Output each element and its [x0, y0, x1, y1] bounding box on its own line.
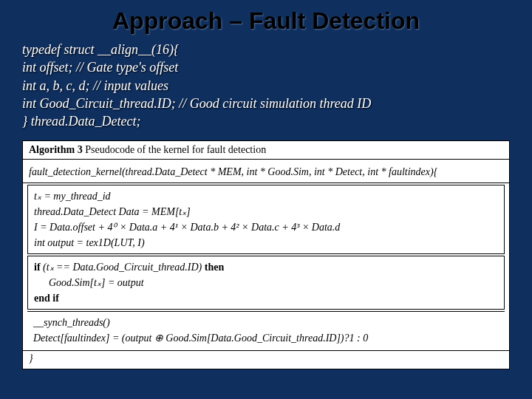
- code-line: } thread.Data_Detect;: [22, 112, 510, 130]
- algorithm-close: }: [23, 350, 509, 369]
- algo-line: thread.Data_Detect Data = MEM[tₓ]: [34, 204, 498, 219]
- struct-code-block: typedef struct __align__(16){ int offset…: [22, 41, 510, 130]
- slide: Approach – Fault Detection typedef struc…: [0, 0, 532, 399]
- algorithm-signature: fault_detection_kernel(thread.Data_Detec…: [23, 160, 509, 183]
- algo-line: if (tₓ == Data.Good_Circuit_thread.ID) t…: [34, 259, 498, 275]
- algorithm-if-block: if (tₓ == Data.Good_Circuit_thread.ID) t…: [27, 256, 505, 310]
- code-line: int Good_Circuit_thread.ID; // Good circ…: [22, 95, 510, 112]
- algorithm-caption: Pseudocode of the kernel for fault detec…: [83, 144, 266, 155]
- if-condition: (tₓ == Data.Good_Circuit_thread.ID): [43, 262, 202, 273]
- algo-line: int output = tex1D(LUT, I): [34, 235, 498, 250]
- algorithm-box: Algorithm 3 Pseudocode of the kernel for…: [22, 140, 510, 369]
- then-keyword: then: [202, 262, 224, 273]
- slide-title: Approach – Fault Detection: [22, 7, 510, 35]
- algorithm-header: Algorithm 3 Pseudocode of the kernel for…: [23, 141, 509, 160]
- code-line: int offset; // Gate type's offset: [22, 58, 510, 76]
- code-line: int a, b, c, d; // input values: [22, 77, 510, 95]
- if-keyword: if: [34, 262, 43, 273]
- algorithm-number: Algorithm 3: [29, 144, 83, 155]
- algorithm-sync-block: __synch_threads() Detect[faultindex] = (…: [27, 311, 505, 349]
- algo-line: I = Data.offset + 4⁰ × Data.a + 4¹ × Dat…: [34, 219, 498, 235]
- algo-line: __synch_threads(): [33, 315, 499, 330]
- endif-keyword: end if: [34, 290, 498, 306]
- algorithm-init-block: tₓ = my_thread_id thread.Data_Detect Dat…: [27, 185, 505, 254]
- algo-line: Good.Sim[tₓ] = output: [34, 275, 498, 290]
- algo-line: tₓ = my_thread_id: [34, 188, 498, 204]
- code-line: typedef struct __align__(16){: [22, 41, 510, 58]
- algo-line: Detect[faultindex] = (output ⊕ Good.Sim[…: [33, 330, 499, 346]
